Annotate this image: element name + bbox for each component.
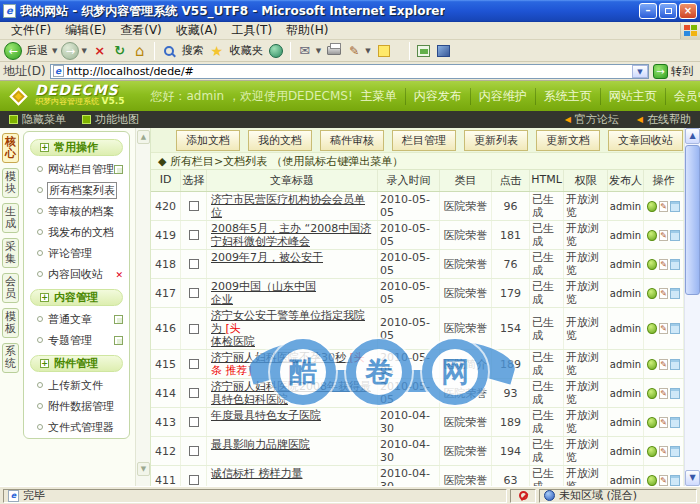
banner-nav-item[interactable]: 会员中心 <box>665 88 700 105</box>
sidebar-tab-采集[interactable]: 采集 <box>2 238 19 268</box>
action-button[interactable]: 更新列表 <box>464 130 528 151</box>
sidebar-item[interactable]: 专题管理 <box>24 330 129 351</box>
copy-icon[interactable] <box>670 359 680 370</box>
copy-icon[interactable] <box>670 475 680 486</box>
copy-icon[interactable] <box>670 417 680 428</box>
scroll-up-icon[interactable]: ▲ <box>685 128 700 144</box>
scroll-up-icon[interactable]: ▲ <box>137 130 150 144</box>
row-checkbox[interactable] <box>189 201 199 211</box>
mail-icon[interactable]: ✉ <box>296 42 314 60</box>
action-button[interactable]: 栏目管理 <box>392 130 456 151</box>
banner-nav-item[interactable]: 主菜单 <box>353 88 405 105</box>
doc-flag-tag[interactable]: [头 <box>226 322 241 335</box>
menu-item[interactable]: 帮助(H) <box>279 21 335 40</box>
edit-icon[interactable]: ✎ <box>659 201 669 212</box>
menu-item[interactable]: 文件(F) <box>4 21 58 40</box>
row-checkbox[interactable] <box>189 324 199 334</box>
action-button[interactable]: 稿件审核 <box>320 130 384 151</box>
sidebar-tab-核心[interactable]: 核心 <box>2 133 19 163</box>
preview-icon[interactable] <box>647 475 657 486</box>
row-checkbox[interactable] <box>189 446 199 456</box>
preview-icon[interactable] <box>647 359 657 370</box>
sidebar-tab-模块[interactable]: 模块 <box>2 168 19 198</box>
copy-icon[interactable] <box>670 388 680 399</box>
preview-icon[interactable] <box>647 323 657 334</box>
forward-dropdown-icon[interactable]: ▼ <box>81 47 86 55</box>
banner-nav-item[interactable]: 内容维护 <box>470 88 535 105</box>
address-input[interactable]: e http://localhost/dede/# ▼ <box>50 64 649 79</box>
doc-title-link[interactable]: 企业 <box>211 293 233 306</box>
back-icon[interactable]: ← <box>4 42 22 60</box>
edit-icon[interactable]: ✎ <box>659 417 669 428</box>
subbar-item[interactable]: 隐藏菜单 <box>9 112 66 127</box>
sidebar-item[interactable]: 所有档案列表 <box>24 180 129 201</box>
favorites-label[interactable]: 收藏夹 <box>230 43 263 58</box>
action-button[interactable]: 添加文档 <box>176 130 240 151</box>
scroll-down-icon[interactable]: ▼ <box>137 462 150 476</box>
row-checkbox[interactable] <box>189 288 199 298</box>
preview-icon[interactable] <box>647 259 657 270</box>
banner-nav-item[interactable]: 网站主页 <box>600 88 665 105</box>
discuss-icon[interactable] <box>375 42 393 60</box>
row-checkbox[interactable] <box>189 230 199 240</box>
back-label[interactable]: 后退 <box>26 43 48 58</box>
extension-picture-icon[interactable] <box>415 42 433 60</box>
subbar-item[interactable]: ◀官方论坛 <box>565 112 619 127</box>
sidebar-item[interactable]: 内容回收站✕ <box>24 264 129 285</box>
sidebar-item[interactable]: 网站栏目管理 <box>24 159 129 180</box>
row-checkbox[interactable] <box>189 359 199 369</box>
history-icon[interactable] <box>267 42 285 60</box>
edit-dropdown-icon[interactable]: ▼ <box>365 47 370 55</box>
panel-icon[interactable] <box>114 165 123 174</box>
sidebar-tab-系统[interactable]: 系统 <box>2 343 19 373</box>
copy-icon[interactable] <box>670 201 680 212</box>
edit-icon[interactable]: ✎ <box>659 323 669 334</box>
copy-icon[interactable] <box>670 446 680 457</box>
preview-icon[interactable] <box>647 230 657 241</box>
row-checkbox[interactable] <box>189 417 199 427</box>
sidebar-item[interactable]: 评论管理 <box>24 243 129 264</box>
doc-title-link[interactable]: 2008年5月，主办 “2008中国济宁妇科微创学术峰会 <box>211 222 371 248</box>
expand-icon[interactable]: + <box>40 143 49 152</box>
action-button[interactable]: 我的文档 <box>248 130 312 151</box>
copy-icon[interactable] <box>670 288 680 299</box>
doc-title-link[interactable]: 济宁市民营医疗机构协会会员单位 <box>211 193 365 219</box>
scroll-down-icon[interactable]: ▼ <box>685 470 700 486</box>
panel-icon[interactable] <box>114 315 123 324</box>
preview-icon[interactable] <box>647 446 657 457</box>
sidebar-tab-模板[interactable]: 模板 <box>2 308 19 338</box>
edit-icon[interactable]: ✎ <box>659 288 669 299</box>
doc-title-link[interactable]: 年度最具特色女子医院 <box>211 409 321 422</box>
menu-item[interactable]: 编辑(E) <box>58 21 113 40</box>
sidebar-item[interactable]: 我发布的文档 <box>24 222 129 243</box>
edit-icon[interactable]: ✎ <box>659 359 669 370</box>
mail-dropdown-icon[interactable]: ▼ <box>316 47 321 55</box>
sidebar-tab-会员[interactable]: 会员 <box>2 273 19 303</box>
copy-icon[interactable] <box>670 259 680 270</box>
sidebar-item[interactable]: 上传新文件 <box>24 375 129 396</box>
breadcrumb[interactable]: ◆ 所有栏目>文档列表 <box>158 154 267 169</box>
edit-icon[interactable]: ✎ <box>659 388 669 399</box>
menu-item[interactable]: 查看(V) <box>113 21 169 40</box>
print-icon[interactable] <box>325 42 343 60</box>
minimize-button[interactable]: – <box>639 3 657 19</box>
menu-item[interactable]: 工具(T) <box>224 21 279 40</box>
banner-nav-item[interactable]: 内容发布 <box>405 88 470 105</box>
refresh-icon[interactable]: ↻ <box>111 42 129 60</box>
menu-item[interactable]: 收藏(A) <box>169 21 225 40</box>
sidebar-item[interactable]: 文件式管理器 <box>24 417 129 438</box>
back-dropdown-icon[interactable]: ▼ <box>52 47 57 55</box>
action-button[interactable]: 文章回收站 <box>608 130 683 151</box>
preview-icon[interactable] <box>647 388 657 399</box>
edit-icon[interactable]: ✎ <box>659 446 669 457</box>
address-dropdown-icon[interactable]: ▼ <box>632 65 648 78</box>
preview-icon[interactable] <box>647 201 657 212</box>
close-button[interactable]: × <box>679 3 697 19</box>
row-checkbox[interactable] <box>189 475 199 485</box>
edit-icon[interactable]: ✎ <box>659 475 669 486</box>
edit-icon[interactable]: ✎ <box>659 259 669 270</box>
doc-title-link[interactable]: 诚信标杆 榜样力量 <box>211 467 303 480</box>
subbar-item[interactable]: 功能地图 <box>82 112 139 127</box>
edit-icon[interactable]: ✎ <box>659 230 669 241</box>
scrollbar-track[interactable] <box>685 296 700 470</box>
